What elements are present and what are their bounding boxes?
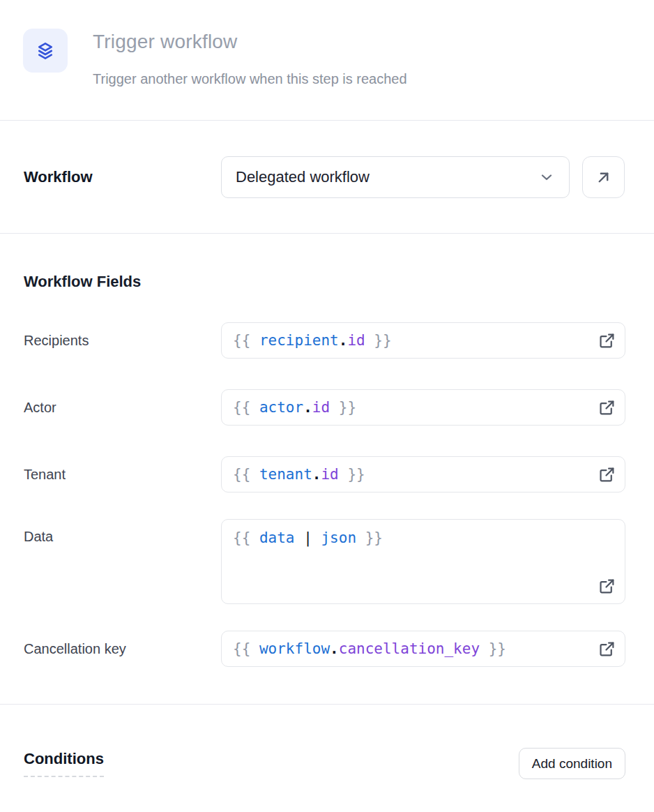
- field-label: Cancellation key: [24, 631, 221, 667]
- step-icon-container: [23, 29, 68, 73]
- divider: [0, 233, 654, 234]
- field-row-recipients: Recipients {{ recipient.id }}: [24, 322, 625, 359]
- field-label: Actor: [24, 389, 221, 426]
- open-workflow-button[interactable]: [582, 156, 625, 198]
- layers-icon: [35, 40, 56, 61]
- external-link-icon[interactable]: [598, 465, 616, 483]
- conditions-section: Conditions Add condition: [24, 748, 625, 779]
- workflow-select[interactable]: Delegated workflow: [221, 156, 570, 198]
- liquid-expression: {{ tenant.id }}: [233, 465, 365, 483]
- field-label: Recipients: [24, 322, 221, 359]
- workflow-select-value: Delegated workflow: [236, 168, 538, 186]
- field-label: Tenant: [24, 456, 221, 493]
- conditions-heading: Conditions: [24, 750, 104, 777]
- field-row-actor: Actor {{ actor.id }}: [24, 389, 625, 426]
- external-link-icon[interactable]: [598, 640, 616, 658]
- field-row-data: Data {{ data | json }}: [24, 519, 625, 604]
- liquid-expression: {{ recipient.id }}: [233, 331, 392, 349]
- liquid-expression: {{ workflow.cancellation_key }}: [233, 640, 506, 658]
- divider: [0, 120, 654, 121]
- field-row-tenant: Tenant {{ tenant.id }}: [24, 456, 625, 493]
- panel-header: Trigger workflow Trigger another workflo…: [0, 0, 654, 89]
- trigger-workflow-panel: Trigger workflow Trigger another workflo…: [0, 0, 654, 812]
- data-textarea[interactable]: {{ data | json }}: [221, 519, 625, 604]
- divider: [0, 704, 654, 705]
- field-row-cancellation-key: Cancellation key {{ workflow.cancellatio…: [24, 631, 625, 667]
- workflow-label: Workflow: [24, 168, 93, 186]
- external-link-icon[interactable]: [598, 577, 616, 595]
- external-link-icon[interactable]: [598, 331, 616, 349]
- recipients-input[interactable]: {{ recipient.id }}: [221, 322, 625, 359]
- page-subtitle: Trigger another workflow when this step …: [93, 69, 407, 89]
- tenant-input[interactable]: {{ tenant.id }}: [221, 456, 625, 493]
- field-label: Data: [24, 519, 221, 604]
- workflow-fields-heading: Workflow Fields: [24, 272, 626, 292]
- external-link-icon[interactable]: [598, 398, 616, 416]
- workflow-label-column: Workflow: [24, 168, 221, 186]
- actor-input[interactable]: {{ actor.id }}: [221, 389, 625, 426]
- page-title: Trigger workflow: [93, 30, 407, 54]
- cancellation-key-input[interactable]: {{ workflow.cancellation_key }}: [221, 631, 625, 667]
- add-condition-button[interactable]: Add condition: [519, 748, 625, 779]
- liquid-expression: {{ data | json }}: [233, 529, 383, 547]
- liquid-expression: {{ actor.id }}: [233, 398, 356, 416]
- chevron-down-icon: [538, 169, 555, 186]
- arrow-up-right-icon: [595, 169, 612, 186]
- header-text: Trigger workflow Trigger another workflo…: [93, 29, 407, 89]
- workflow-selector-row: Workflow Delegated workflow: [24, 156, 625, 198]
